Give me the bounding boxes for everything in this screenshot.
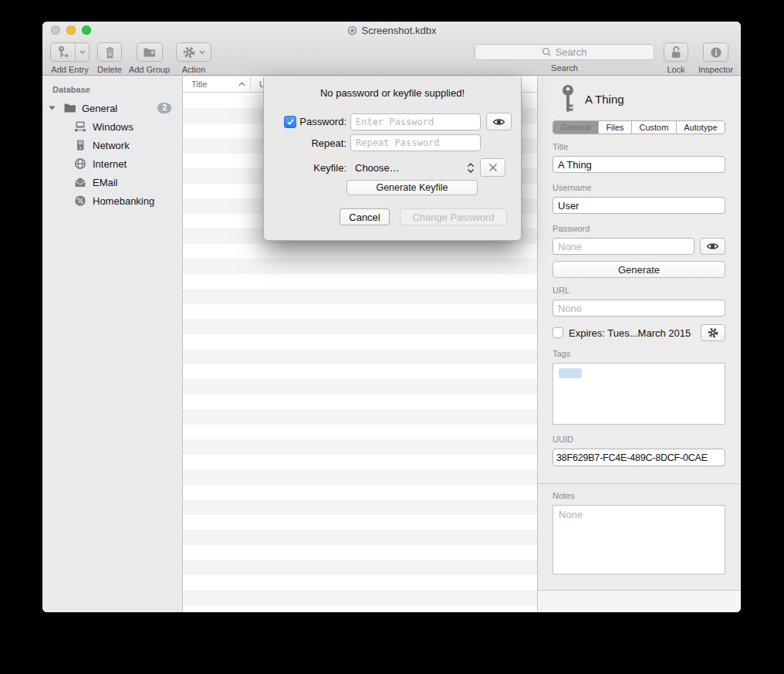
windows-network-icon [74,120,86,133]
expires-settings-button[interactable] [701,324,725,341]
password-label: Password: [299,116,346,127]
sidebar-item-label: Windows [93,121,133,133]
sidebar-item-label: Network [93,140,130,151]
uuid-field-label: UUID [553,435,725,444]
document-proxy-icon [347,25,357,36]
search-icon [542,47,552,57]
action-button[interactable] [176,42,211,62]
column-header-title[interactable]: Title [183,76,251,92]
notes-field-label: Notes [553,491,725,500]
inspector-panel: A Thing General Files Custom Autotype Ti… [537,76,741,612]
url-field[interactable] [553,300,725,317]
sidebar-item-label: General [82,103,117,114]
tab-autotype[interactable]: Autotype [677,121,725,134]
username-field-label: Username [553,183,725,192]
sidebar-item-label: Homebanking [93,195,154,207]
stepper-chevrons-icon [467,163,475,173]
sidebar-item-internet[interactable]: Internet [42,154,182,173]
inspector-footer [538,590,741,612]
title-field[interactable] [553,156,725,173]
homebanking-percent-icon [74,195,86,207]
folder-icon [63,103,76,113]
inspector-label: Inspector [698,65,733,74]
password-checkbox[interactable] [284,116,296,128]
sheet-message: No password or keyfile supplied! [264,87,521,99]
sidebar-item-label: Internet [93,158,127,170]
sidebar-item-windows[interactable]: Windows [42,117,182,136]
keyfile-value: Choose… [355,162,400,174]
disclosure-triangle-icon[interactable] [49,106,56,110]
username-field[interactable] [553,197,725,214]
lock-button[interactable] [664,42,688,62]
trash-icon [104,46,116,59]
search-label: Search [551,63,578,73]
key-icon [560,84,576,113]
repeat-label: Repeat: [311,137,346,149]
info-icon [710,46,722,59]
entry-title: A Thing [585,93,624,106]
divider [538,483,741,484]
eye-icon [492,117,505,127]
add-group-button[interactable] [137,42,163,62]
lock-label: Lock [667,65,684,74]
sort-ascending-icon [238,82,245,86]
close-x-icon [488,163,498,172]
sidebar-item-label: EMail [93,177,118,188]
sidebar-section-header: Database [42,76,182,94]
chevron-down-icon [199,50,205,54]
reveal-password-button[interactable] [486,113,512,130]
add-entry-button[interactable] [50,42,90,62]
gear-icon [183,46,195,59]
sidebar-item-email[interactable]: EMail [42,173,182,191]
search-placeholder: Search [555,46,586,58]
folder-plus-icon [143,47,156,58]
password-field-label: Password [553,224,725,233]
tab-general[interactable]: General [553,121,599,134]
email-icon [74,177,86,188]
clear-keyfile-button[interactable] [480,158,505,177]
change-password-sheet: No password or keyfile supplied! Passwor… [263,77,522,241]
sidebar-item-homebanking[interactable]: Homebanking [42,191,182,210]
titlebar-toolbar: Screenshot.kdbx Add Entry Delete [42,22,741,76]
url-field-label: URL [553,286,725,295]
app-window: Screenshot.kdbx Add Entry Delete [42,22,741,612]
titlebar: Screenshot.kdbx [42,22,741,39]
entry-count-badge: 2 [157,103,171,113]
uuid-field[interactable] [553,449,725,466]
keyfile-popup[interactable]: Choose… [350,162,475,174]
enter-password-input[interactable] [350,113,481,130]
tags-field-label: Tags [553,349,725,358]
reveal-password-button[interactable] [700,238,725,255]
tag-token [559,368,582,378]
tab-custom[interactable]: Custom [632,121,677,134]
tags-field[interactable] [553,363,725,425]
search-input[interactable]: Search [475,44,654,60]
cancel-button[interactable]: Cancel [340,208,390,225]
delete-button[interactable] [97,42,122,62]
change-password-button[interactable]: Change Password [400,208,507,225]
expires-label: Expires: Tues...March 2015 [569,327,691,339]
title-field-label: Title [553,142,725,151]
notes-field[interactable] [553,505,725,574]
generate-keyfile-button[interactable]: Generate Keyfile [346,180,478,195]
expires-checkbox[interactable] [553,327,563,338]
add-entry-dropdown[interactable] [76,43,89,61]
sidebar-item-general[interactable]: General 2 [42,99,182,117]
inspector-tabs: General Files Custom Autotype [553,120,725,134]
chevron-down-icon [79,50,86,54]
sidebar: Database General 2 Windows Network Inter… [42,76,183,612]
key-plus-icon [57,46,69,59]
checkmark-icon [286,118,295,126]
repeat-password-input[interactable] [350,134,481,151]
tab-files[interactable]: Files [599,121,632,134]
delete-label: Delete [97,65,122,74]
inspector-button[interactable] [703,42,728,62]
generate-password-button[interactable]: Generate [553,261,725,278]
window-title: Screenshot.kdbx [362,25,437,36]
password-field[interactable] [553,238,694,255]
unlocked-padlock-icon [670,46,682,59]
sidebar-item-network[interactable]: Network [42,136,182,154]
add-group-label: Add Group [129,65,170,74]
network-server-icon [74,139,86,151]
eye-icon [706,242,719,251]
